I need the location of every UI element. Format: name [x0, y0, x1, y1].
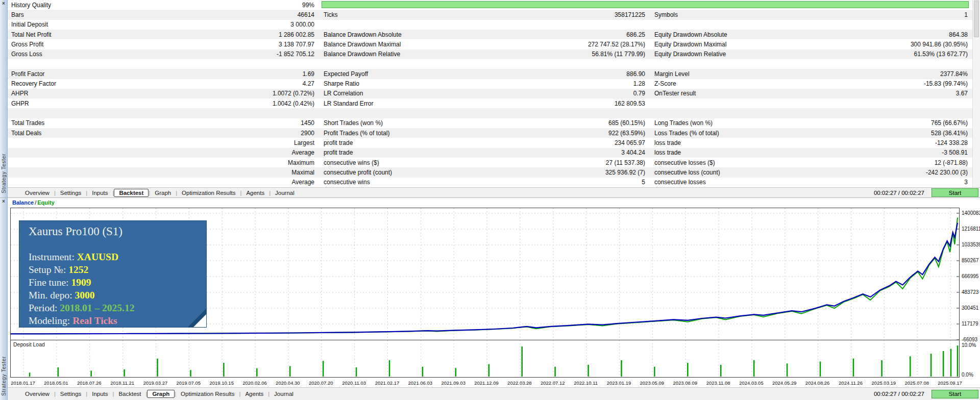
tab-journal[interactable]: Journal	[270, 390, 298, 397]
deposit-max-label: 10.0%	[962, 342, 976, 348]
stat-label: profit trade	[324, 139, 353, 146]
table-row: History Quality99%	[7, 0, 973, 10]
stat-label: Z-Score	[654, 80, 676, 87]
stat-value: 2900	[301, 130, 314, 137]
y-tick-label: 117179	[962, 321, 978, 327]
start-button[interactable]: Start	[932, 390, 978, 398]
x-tick-label: 2022.10.11	[568, 380, 604, 386]
y-tick-label: 1400083	[962, 210, 980, 216]
tab-settings[interactable]: Settings	[56, 189, 86, 196]
stat-label: Initial Deposit	[11, 21, 48, 28]
table-row: Recovery Factor4.27Sharpe Ratio1.28Z-Sco…	[7, 79, 973, 89]
x-tick-label: 2024.03.05	[733, 380, 769, 386]
balance-chart[interactable]: Xaurus Pro100 (S1) Instrument: XAUUSDSet…	[10, 208, 960, 340]
table-row: AHPR1.0072 (0.72%)LR Correlation0.79OnTe…	[7, 89, 973, 98]
stat-label: Short Trades (won %)	[324, 119, 383, 127]
tab-agents[interactable]: Agents	[240, 390, 268, 397]
y-tick-label: 1033539	[962, 242, 980, 247]
tab-optimization-results[interactable]: Optimization Results	[177, 189, 240, 196]
tab-optimization-results[interactable]: Optimization Results	[176, 390, 239, 397]
stat-label: Total Net Profit	[11, 31, 52, 38]
stat-value: 358171225	[615, 11, 645, 18]
stat-value: 56.81% (11 779.99)	[592, 51, 645, 58]
stat-label: consecutive wins ($)	[324, 159, 379, 166]
info-line-label: Fine tune:	[29, 277, 71, 288]
deposit-load-svg	[11, 340, 959, 377]
info-line-label: Min. depo:	[29, 290, 75, 301]
tab-backtest[interactable]: Backtest	[114, 189, 149, 197]
stat-value: 1.69	[303, 70, 314, 78]
info-line-label: Modeling:	[29, 315, 72, 326]
backtest-panel: × Strategy Tester History Quality99%Bars…	[0, 0, 980, 198]
info-line: Setup №: 1252	[29, 263, 206, 276]
dock-strip: × Strategy Tester	[0, 0, 8, 197]
y-tick-label: 666995	[962, 273, 978, 279]
stat-value: 3.67	[956, 90, 968, 97]
stat-label: profit trade	[324, 149, 353, 156]
backtest-stats-table: History Quality99%Bars46614Ticks35817122…	[7, 0, 973, 187]
x-tick-label: 2020.07.20	[303, 380, 339, 386]
tab-settings[interactable]: Settings	[56, 390, 86, 397]
tester-tabbar-bottom: Overview|Settings|Inputs|Backtest|Graph|…	[7, 387, 980, 400]
scrollbar-thumb[interactable]	[974, 1, 979, 37]
x-tick-label: 2018.07.26	[71, 380, 107, 386]
info-line-value: Real Ticks	[72, 315, 117, 326]
table-scrollbar[interactable]	[972, 0, 980, 187]
x-tick-label: 2018.01.17	[5, 380, 41, 386]
tab-inputs[interactable]: Inputs	[87, 189, 112, 196]
table-row: Gross Loss-1 852 705.12Balance Drawdown …	[7, 49, 973, 59]
info-line-value: 1909	[71, 277, 91, 288]
stat-label: Long Trades (won %)	[654, 119, 713, 127]
table-row: Maximumconsecutive wins ($)27 (11 537.38…	[7, 158, 973, 167]
x-tick-label: 2021.12.09	[469, 380, 504, 386]
stat-value: -124 338.28	[935, 139, 968, 146]
tab-overview[interactable]: Overview	[20, 390, 54, 397]
tab-inputs[interactable]: Inputs	[87, 390, 112, 397]
info-line: Modeling: Real Ticks	[29, 314, 206, 327]
x-tick-label: 2025.03.19	[866, 380, 901, 386]
stat-label: Expected Payoff	[324, 70, 368, 78]
start-button[interactable]: Start	[932, 188, 978, 197]
legend-separator: /	[35, 199, 36, 206]
x-tick-label: 2024.11.26	[833, 380, 869, 386]
stat-value: 0.79	[633, 90, 645, 97]
x-tick-label: 2021.06.03	[402, 380, 438, 386]
y-tick-label: 850267	[962, 258, 978, 263]
info-line-label: Period:	[29, 303, 60, 313]
stat-value: Average	[292, 149, 314, 156]
stat-label: Margin Level	[654, 70, 690, 78]
strategy-title: Xaurus Pro100 (S1)	[19, 221, 206, 238]
x-tick-label: 2025.07.08	[899, 380, 935, 386]
stat-label: AHPR	[11, 90, 28, 97]
info-line: Min. depo: 3000	[29, 289, 206, 302]
stat-label: consecutive losses	[654, 179, 706, 186]
stat-label: GHPR	[11, 100, 29, 107]
strategy-info-box: Xaurus Pro100 (S1) Instrument: XAUUSDSet…	[19, 220, 207, 328]
stat-label: Bars	[11, 11, 24, 18]
stat-value: 162 809.53	[615, 100, 645, 107]
table-row: Total Net Profit1 286 002.85Balance Draw…	[7, 30, 973, 39]
x-tick-label: 2024.08.26	[800, 380, 836, 386]
y-tick-label: 1216811	[962, 226, 980, 232]
stat-value: 1	[964, 11, 968, 18]
tab-journal[interactable]: Journal	[271, 189, 299, 196]
stat-label: Balance Drawdown Absolute	[324, 31, 402, 38]
close-icon[interactable]: ×	[0, 198, 7, 205]
table-row: Averageconsecutive wins5consecutive loss…	[7, 178, 973, 187]
panel-title-vertical: Strategy Tester	[1, 154, 7, 193]
table-row-blank	[7, 108, 973, 118]
deposit-load-chart[interactable]: Deposit Load	[10, 340, 960, 378]
tab-overview[interactable]: Overview	[20, 189, 54, 196]
stat-label: Gross Profit	[11, 41, 43, 48]
tab-graph[interactable]: Graph	[150, 189, 176, 196]
stat-value: 46614	[298, 11, 314, 18]
stat-value: 1.0042 (0.42%)	[273, 100, 314, 107]
table-row-blank	[7, 59, 973, 69]
tab-agents[interactable]: Agents	[241, 189, 269, 196]
tab-backtest[interactable]: Backtest	[114, 390, 145, 397]
stat-label: Ticks	[324, 11, 338, 18]
stat-label: OnTester result	[654, 90, 696, 97]
stat-value: 3 138 707.97	[279, 41, 314, 48]
close-icon[interactable]: ×	[0, 1, 7, 7]
tab-graph[interactable]: Graph	[147, 390, 175, 398]
